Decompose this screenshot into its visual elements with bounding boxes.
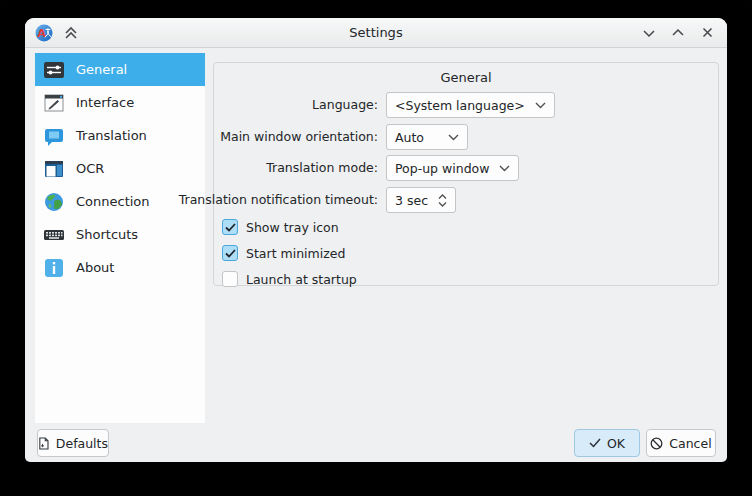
window-edit-icon [43,92,65,114]
start-minimized-checkbox[interactable]: Start minimized [222,243,345,263]
orientation-label: Main window orientation: [220,124,378,150]
language-combobox[interactable]: <System language> [386,92,555,118]
sidebar-item-ocr[interactable]: OCR [35,152,205,185]
maximize-button[interactable] [670,25,686,41]
timeout-row: Translation notification timeout: 3 sec [214,187,718,213]
spinbox-value: 3 sec [395,193,428,208]
sidebar-item-general[interactable]: General [35,53,205,86]
titlebar[interactable]: A Settings [25,18,727,48]
ok-button[interactable]: OK [574,429,640,457]
language-row: Language: <System language> [214,92,718,118]
sidebar-item-label: Interface [76,95,134,110]
checkbox-indicator [222,245,238,261]
chevron-up-icon [671,26,685,40]
check-icon [225,249,236,258]
window-title: Settings [25,18,727,47]
translation-mode-label: Translation mode: [266,155,378,181]
keyboard-icon [43,224,65,246]
document-revert-icon [38,436,50,451]
orientation-combobox[interactable]: Auto [386,124,468,150]
language-label: Language: [312,92,378,118]
launch-at-startup-checkbox[interactable]: Launch at startup [222,269,357,289]
sidebar-item-label: General [76,62,127,77]
sliders-icon [43,59,65,81]
sidebar-item-shortcuts[interactable]: Shortcuts [35,218,205,251]
spin-up-icon[interactable] [438,194,447,200]
checkbox-label: Launch at startup [246,272,357,287]
combobox-value: Pop-up window [395,161,489,176]
cancel-button-label: Cancel [669,436,711,451]
checkbox-label: Start minimized [246,246,345,261]
close-button[interactable] [699,25,715,41]
combobox-value: <System language> [395,98,525,113]
spin-down-icon[interactable] [438,201,447,207]
minimize-button[interactable] [641,25,657,41]
sidebar-item-label: OCR [76,161,104,176]
timeout-spinbox[interactable]: 3 sec [386,187,456,213]
screen-capture-icon [43,158,65,180]
general-groupbox: General Language: <System language> Main… [213,62,719,286]
orientation-row: Main window orientation: Auto [214,124,718,150]
cancel-slash-circle-icon [650,437,663,450]
sidebar-item-label: Translation [76,128,147,143]
checkbox-indicator [222,219,238,235]
speech-bubble-icon [43,125,65,147]
ok-button-label: OK [607,436,625,451]
translation-mode-row: Translation mode: Pop-up window [214,155,718,181]
screenshot-stage: A Settings [0,0,752,496]
sidebar-item-label: Shortcuts [76,227,138,242]
groupbox-title: General [214,70,718,85]
translation-mode-combobox[interactable]: Pop-up window [386,155,519,181]
sidebar-item-translation[interactable]: Translation [35,119,205,152]
sidebar-item-label: About [76,260,114,275]
cancel-button[interactable]: Cancel [646,429,716,457]
check-icon [225,223,236,232]
checkbox-label: Show tray icon [246,220,339,235]
close-x-icon [701,26,714,39]
chevron-down-icon [642,26,656,40]
settings-dialog: A Settings [25,18,727,462]
show-tray-icon-checkbox[interactable]: Show tray icon [222,217,339,237]
defaults-button-label: Defaults [56,436,108,451]
chevron-down-icon [448,134,459,141]
defaults-button[interactable]: Defaults [37,429,109,457]
globe-icon [43,191,65,213]
chevron-down-icon [499,165,510,172]
check-icon [589,438,601,448]
settings-category-list: General Interface [35,53,205,423]
combobox-value: Auto [395,130,424,145]
chevron-down-icon [535,102,546,109]
sidebar-item-about[interactable]: About [35,251,205,284]
checkbox-indicator [222,271,238,287]
sidebar-item-label: Connection [76,194,150,209]
timeout-label: Translation notification timeout: [179,187,378,213]
info-icon [43,257,65,279]
sidebar-item-interface[interactable]: Interface [35,86,205,119]
